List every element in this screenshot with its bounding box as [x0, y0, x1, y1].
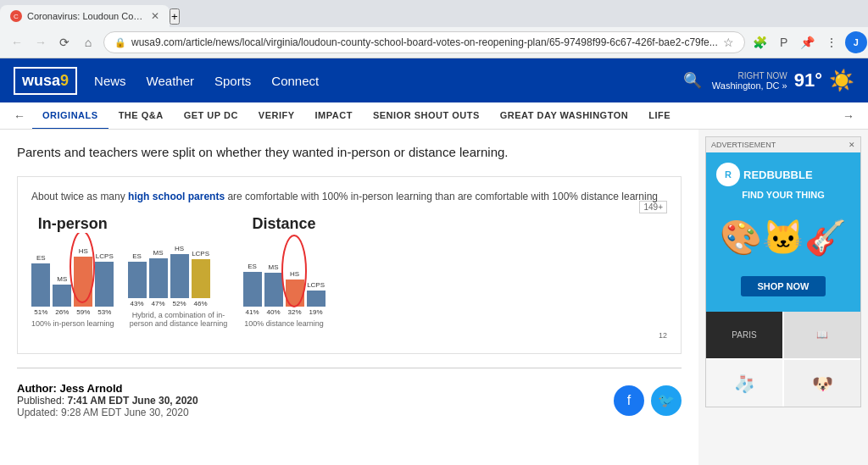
bar-label: HS — [290, 270, 299, 278]
bar-fill — [149, 258, 168, 298]
rb-shop-button[interactable]: SHOP NOW — [741, 276, 826, 296]
author-name: Author: Jess Arnold — [17, 382, 198, 395]
facebook-share-button[interactable]: f — [614, 385, 644, 416]
rb-product-2: 📖 — [784, 312, 860, 358]
secondary-nav-right-arrow[interactable]: → — [836, 109, 861, 123]
secondary-nav-item-life[interactable]: LIFE — [638, 102, 681, 130]
extensions-button[interactable]: 🧩 — [750, 32, 771, 53]
bar-label: MS — [57, 275, 67, 283]
content-separator — [17, 368, 682, 368]
bar-label: MS — [153, 249, 164, 257]
rb-tagline: FIND YOUR THING — [716, 190, 850, 200]
bar-pct: 53% — [97, 308, 111, 316]
distance-chart-title: Distance — [243, 215, 326, 233]
inperson-chart-title: In-person — [31, 215, 114, 233]
author-info: Author: Jess Arnold Published: 7:41 AM E… — [17, 382, 198, 418]
rb-brand: REDBUBBLE — [743, 169, 813, 181]
redbubble-logo-circle: R — [716, 163, 740, 186]
pinterest-button[interactable]: P — [774, 32, 794, 53]
chart-description-suffix: are comfortable with 100% in-person lear… — [225, 191, 658, 202]
toolbar-actions: 🧩 P 📌 ⋮ J — [750, 31, 867, 53]
nav-item-weather[interactable]: Weather — [147, 74, 194, 88]
published-date: Published: 7:41 AM EDT June 30, 2020 — [17, 395, 198, 407]
home-button[interactable]: ⌂ — [78, 32, 98, 53]
article-intro: Parents and teachers were split on wheth… — [17, 143, 682, 163]
updated-date: Updated: 9:28 AM EDT June 30, 2020 — [17, 407, 198, 418]
url-bar[interactable]: 🔒 wusa9.com/article/news/local/virginia/… — [103, 31, 745, 53]
bar-item-hs: HS 59% — [74, 247, 92, 316]
tab-bar: C Coronavirus: Loudoun Coun... ✕ + — [0, 0, 868, 27]
updated-label: Updated: — [17, 407, 58, 418]
bar-item: LCPS 19% — [307, 281, 326, 316]
chart-link[interactable]: high school parents — [128, 191, 225, 202]
secondary-nav-item-verify[interactable]: VERIFY — [248, 102, 305, 130]
main-nav: News Weather Sports Connect — [94, 74, 319, 88]
rb-product-4: 🐶 — [784, 360, 860, 407]
bar-item: ES 43% — [128, 252, 147, 307]
forward-button[interactable]: → — [31, 32, 51, 53]
updated-date-value: 9:28 AM EDT June 30, 2020 — [61, 407, 189, 418]
nav-item-sports[interactable]: Sports — [214, 74, 251, 88]
save-button[interactable]: 📌 — [798, 32, 818, 53]
bar-pct: 52% — [173, 300, 186, 307]
rb-illustration: 🎨🐱🎸 — [716, 203, 850, 271]
bar-pct: 32% — [288, 308, 302, 316]
tab-close-button[interactable]: ✕ — [151, 10, 159, 22]
rb-product-3: 🧦 — [706, 360, 782, 407]
bar-fill — [128, 262, 147, 298]
ad-close-icon[interactable]: ✕ — [849, 141, 855, 149]
redbubble-logo: R REDBUBBLE — [716, 163, 850, 186]
bar-label: LCPS — [96, 252, 114, 260]
profile-button[interactable]: J — [845, 31, 867, 53]
secondary-nav-item-originals[interactable]: ORIGINALS — [32, 102, 108, 130]
secondary-nav-item-greatday[interactable]: GREAT DAY WASHINGTON — [490, 102, 638, 130]
redbubble-ad: ADVERTISEMENT ✕ R REDBUBBLE FIND YOUR TH… — [705, 136, 861, 407]
bar-label: MS — [269, 263, 279, 271]
secondary-nav-left-arrow[interactable]: ← — [7, 109, 32, 123]
author-section: Author: Jess Arnold Published: 7:41 AM E… — [17, 382, 682, 418]
site-header: wusa9 News Weather Sports Connect 🔍 RIGH… — [0, 58, 868, 102]
ad-sidebar: ADVERTISEMENT ✕ R REDBUBBLE FIND YOUR TH… — [698, 130, 868, 465]
bar-label: HS — [175, 245, 184, 252]
refresh-button[interactable]: ⟳ — [54, 32, 75, 53]
back-button[interactable]: ← — [7, 32, 27, 53]
nav-item-news[interactable]: News — [94, 74, 126, 88]
inperson-chart-group: In-person ES 51% MS — [31, 215, 114, 328]
more-button[interactable]: ⋮ — [821, 32, 842, 53]
bar-fill — [243, 272, 262, 307]
bar-pct: 46% — [194, 300, 208, 307]
bar-pct: 26% — [55, 308, 69, 316]
url-text: wusa9.com/article/news/local/virginia/lo… — [131, 36, 718, 48]
twitter-share-button[interactable]: 🐦 — [651, 385, 682, 416]
bookmark-star-icon[interactable]: ☆ — [723, 36, 734, 49]
secondary-nav-item-qa[interactable]: THE Q&A — [108, 102, 174, 130]
chart-description: About twice as many high school parents … — [31, 191, 667, 202]
bar-label: ES — [132, 252, 142, 260]
inperson-bars: ES 51% MS 26% — [31, 240, 114, 316]
bar-pct: 41% — [246, 308, 259, 316]
hybrid-bars: ES 43% MS 47% HS 52% — [128, 231, 230, 307]
distance-caption: 100% distance learning — [243, 319, 326, 328]
content-wrapper: Parents and teachers were split on wheth… — [0, 130, 868, 465]
active-tab[interactable]: C Coronavirus: Loudoun Coun... ✕ — [0, 5, 170, 27]
secondary-nav-item-seniorshoutos[interactable]: SENIOR SHOUT OUTS — [363, 102, 490, 130]
author-name-value: Jess Arnold — [60, 382, 123, 395]
nav-item-connect[interactable]: Connect — [271, 74, 319, 88]
new-tab-button[interactable]: + — [170, 8, 180, 25]
secondary-nav-items: ORIGINALS THE Q&A GET UP DC VERIFY IMPAC… — [32, 102, 836, 130]
bar-label: ES — [248, 263, 257, 270]
address-bar: ← → ⟳ ⌂ 🔒 wusa9.com/article/news/local/v… — [0, 27, 868, 58]
rb-product-1: PARIS — [706, 312, 782, 358]
social-buttons: f 🐦 — [614, 385, 682, 416]
rb-product-1-text: PARIS — [728, 327, 760, 343]
search-button[interactable]: 🔍 — [683, 71, 702, 90]
weather-sun-icon: ☀️ — [829, 69, 854, 92]
hybrid-chart-group: ES 43% MS 47% HS 52% — [128, 213, 230, 328]
site-logo[interactable]: wusa9 — [14, 67, 77, 95]
secondary-nav-item-getupdc[interactable]: GET UP DC — [174, 102, 248, 130]
distance-bars: ES 41% MS 40% HS — [243, 240, 326, 316]
secondary-nav-item-impact[interactable]: IMPACT — [305, 102, 363, 130]
bar-item-hs-distance: HS 32% — [286, 270, 304, 316]
bar-item: MS 40% — [264, 263, 283, 316]
rb-product-images: PARIS 📖 🧦 🐶 — [706, 312, 860, 407]
